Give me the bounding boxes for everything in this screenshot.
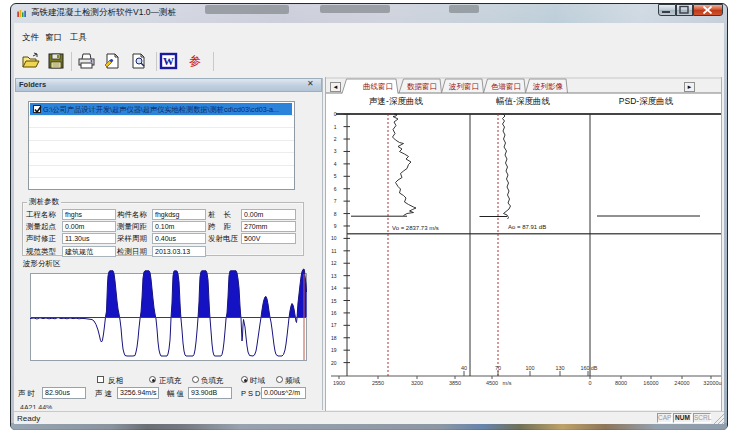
svg-text:波列窗口: 波列窗口 <box>448 82 479 91</box>
svg-text:16: 16 <box>331 310 337 316</box>
svg-text:9: 9 <box>334 223 337 229</box>
svg-text:20: 20 <box>331 360 337 366</box>
svg-text:3850: 3850 <box>449 380 461 386</box>
svg-text:幅值-深度曲线: 幅值-深度曲线 <box>496 96 550 106</box>
svg-text:11: 11 <box>331 248 336 254</box>
svg-text:0: 0 <box>334 111 337 117</box>
svg-text:18: 18 <box>331 335 337 341</box>
svg-text:1900: 1900 <box>333 380 345 386</box>
svg-text:数据窗口: 数据窗口 <box>407 82 437 91</box>
svg-text:5: 5 <box>334 173 337 179</box>
svg-text:130: 130 <box>555 365 564 371</box>
svg-text:6: 6 <box>334 186 337 192</box>
svg-text:Vo = 2837.73 m/s: Vo = 2837.73 m/s <box>392 225 439 231</box>
svg-text:10: 10 <box>331 235 337 241</box>
svg-text:14: 14 <box>331 285 337 291</box>
svg-text:dB: dB <box>591 365 598 371</box>
svg-text:40: 40 <box>461 365 467 371</box>
svg-text:32000: 32000 <box>703 380 718 386</box>
svg-text:m/s: m/s <box>503 380 512 386</box>
svg-text:8: 8 <box>334 211 337 217</box>
svg-text:PSD-深度曲线: PSD-深度曲线 <box>619 96 674 106</box>
svg-text:4500: 4500 <box>486 380 498 386</box>
svg-text:参: 参 <box>189 54 201 68</box>
svg-text:13: 13 <box>331 273 337 279</box>
svg-text:100: 100 <box>525 365 534 371</box>
svg-text:色谱窗口: 色谱窗口 <box>491 82 521 91</box>
svg-text:曲线窗口: 曲线窗口 <box>363 82 393 91</box>
svg-text:8000: 8000 <box>615 380 627 386</box>
svg-text:1: 1 <box>334 124 337 130</box>
svg-text:16000: 16000 <box>643 380 658 386</box>
svg-text:Ao = 87.91 dB: Ao = 87.91 dB <box>508 224 546 230</box>
svg-text:19: 19 <box>331 347 337 353</box>
svg-text:70: 70 <box>495 365 501 371</box>
svg-text:12: 12 <box>331 260 337 266</box>
svg-text:160: 160 <box>580 365 589 371</box>
svg-text:2: 2 <box>334 136 337 142</box>
svg-text:17: 17 <box>331 322 337 328</box>
svg-text:波列影像: 波列影像 <box>532 82 564 91</box>
svg-text:4: 4 <box>334 161 337 167</box>
svg-text:0: 0 <box>588 380 591 386</box>
svg-text:3: 3 <box>334 148 337 154</box>
svg-text:W: W <box>163 55 174 67</box>
svg-text:24000: 24000 <box>674 380 689 386</box>
svg-text:15: 15 <box>331 298 337 304</box>
svg-text:7: 7 <box>334 198 337 204</box>
svg-text:3200: 3200 <box>411 380 423 386</box>
svg-text:声速-深度曲线: 声速-深度曲线 <box>369 96 423 106</box>
svg-text:2550: 2550 <box>372 380 384 386</box>
svg-text:u: u <box>718 380 721 386</box>
